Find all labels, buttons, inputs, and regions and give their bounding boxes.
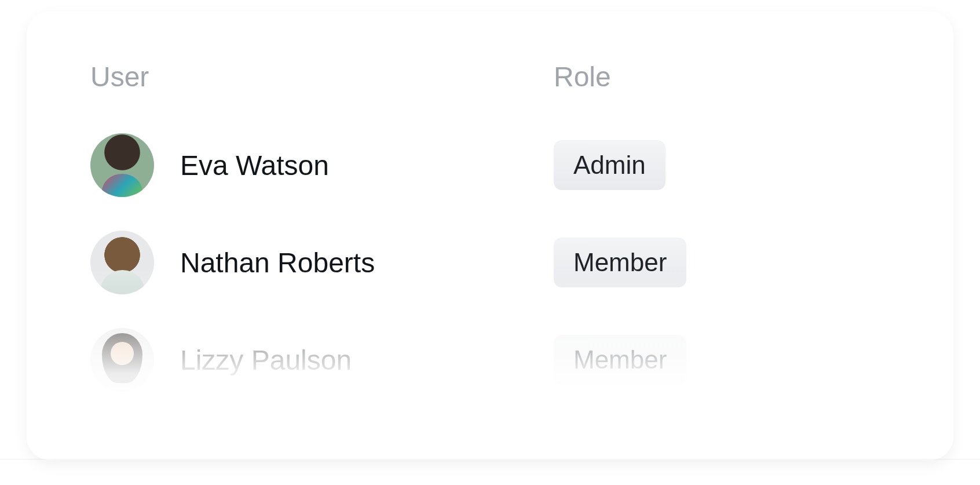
user-name: Eva Watson — [180, 149, 329, 181]
user-name: Lizzy Paulson — [180, 344, 352, 376]
avatar — [90, 133, 154, 197]
role-cell: Member — [554, 238, 686, 287]
table-row: Eva Watson Admin — [90, 133, 890, 197]
role-cell: Admin — [554, 140, 665, 190]
table-row: Lizzy Paulson Member — [90, 328, 890, 392]
user-cell: Lizzy Paulson — [90, 328, 554, 392]
role-cell: Member — [554, 335, 686, 385]
column-header-user: User — [90, 61, 554, 93]
baseline-divider — [0, 459, 980, 460]
avatar — [90, 328, 154, 392]
user-name: Nathan Roberts — [180, 247, 375, 279]
avatar — [90, 231, 154, 294]
role-badge[interactable]: Member — [554, 238, 686, 287]
user-cell: Eva Watson — [90, 133, 554, 197]
table-row: Nathan Roberts Member — [90, 231, 890, 294]
user-cell: Nathan Roberts — [90, 231, 554, 294]
column-header-role: Role — [554, 61, 611, 93]
user-role-card: User Role Eva Watson Admin Nathan Robert… — [27, 12, 953, 460]
role-badge[interactable]: Admin — [554, 140, 665, 190]
role-badge[interactable]: Member — [554, 335, 686, 385]
table-header-row: User Role — [90, 61, 890, 93]
